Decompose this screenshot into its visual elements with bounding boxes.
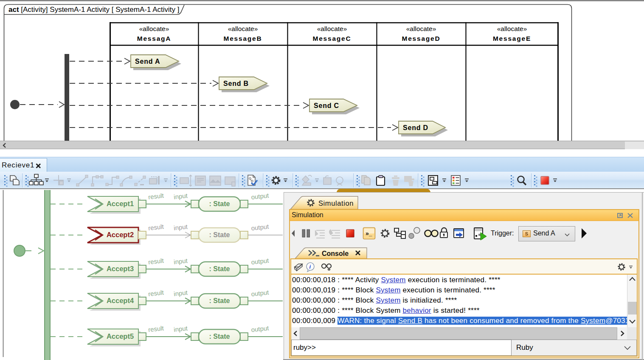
svg-text:MessageC: MessageC	[312, 35, 351, 42]
svg-text:Accept1: Accept1	[107, 200, 134, 207]
svg-text:input: input	[173, 257, 188, 265]
svg-text:Accept4: Accept4	[107, 297, 134, 304]
svg-text:: State: : State	[209, 231, 230, 238]
svg-text:input: input	[173, 289, 188, 297]
svg-text:: State: : State	[209, 333, 230, 340]
svg-text:result: result	[148, 289, 164, 298]
svg-text:output: output	[251, 192, 270, 201]
svg-text:MessageE: MessageE	[493, 35, 531, 42]
svg-text:output: output	[251, 289, 270, 298]
svg-text:Send D: Send D	[403, 124, 428, 131]
svg-text:«allocate»: «allocate»	[228, 25, 258, 32]
svg-text:input: input	[173, 223, 188, 231]
svg-text:: State: : State	[209, 200, 230, 207]
svg-text:MessageB: MessageB	[223, 35, 262, 42]
svg-text:: State: : State	[209, 265, 230, 272]
svg-text:MessagA: MessagA	[137, 35, 172, 42]
svg-text:i: i	[309, 264, 311, 270]
svg-text:: State: : State	[209, 297, 230, 304]
svg-text:input: input	[173, 324, 188, 333]
svg-text:act [Activity] SystemA-1 Activ: act [Activity] SystemA-1 Activity [ Syst…	[8, 6, 179, 14]
svg-text:result: result	[148, 257, 164, 266]
svg-text:Send A: Send A	[135, 58, 160, 65]
svg-text:«allocate»: «allocate»	[497, 25, 527, 32]
svg-text:input: input	[173, 192, 188, 200]
svg-text:Send B: Send B	[223, 80, 249, 87]
svg-text:»_: »_	[366, 230, 372, 237]
svg-text:Accept3: Accept3	[107, 265, 134, 272]
svg-text:output: output	[251, 257, 270, 266]
svg-text:result: result	[148, 192, 164, 201]
svg-text:Accept2: Accept2	[107, 231, 134, 238]
svg-text:result: result	[148, 324, 164, 333]
svg-text:Console: Console	[322, 250, 349, 257]
svg-text:Send C: Send C	[314, 102, 339, 109]
svg-text:«allocate»: «allocate»	[317, 25, 347, 32]
svg-text:MessageD: MessageD	[402, 35, 440, 42]
svg-text:«allocate»: «allocate»	[139, 25, 169, 32]
svg-text:output: output	[251, 324, 270, 333]
svg-text:«allocate»: «allocate»	[406, 25, 436, 32]
svg-text:Simulation: Simulation	[318, 199, 354, 207]
svg-text:Accept5: Accept5	[107, 332, 134, 340]
svg-text:output: output	[251, 223, 270, 232]
svg-text:result: result	[148, 223, 164, 232]
